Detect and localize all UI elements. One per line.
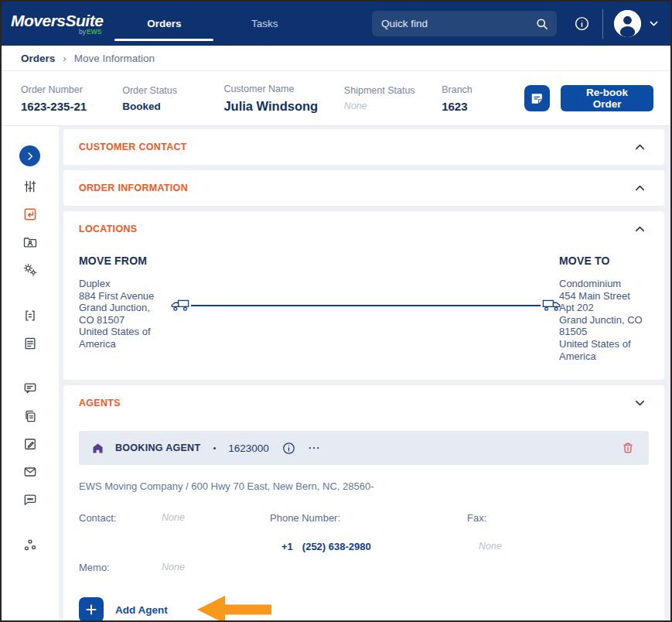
customer-contact-title: CUSTOMER CONTACT [79, 142, 187, 152]
note-icon [530, 91, 544, 106]
order-status-value: Booked [122, 101, 223, 112]
address-line: Apt 202 [559, 302, 653, 314]
agents-title: AGENTS [79, 398, 121, 408]
order-number-label: Order Number [21, 84, 122, 95]
add-agent-label[interactable]: Add Agent [115, 604, 168, 616]
memo-field: Memo: None [79, 562, 649, 573]
customer-folder-icon[interactable] [22, 234, 39, 251]
customer-name-value: Julia Windsong [223, 99, 343, 114]
agents-header[interactable]: AGENTS [79, 385, 649, 421]
tune-icon[interactable] [22, 178, 39, 195]
route-line [191, 305, 541, 306]
fax-label: Fax: [467, 512, 649, 524]
truck-origin-icon [168, 298, 189, 313]
branch-field: Branch 1623 [442, 84, 524, 113]
order-summary-header: Order Number 1623-235-21 Order Status Bo… [2, 71, 670, 126]
branch-label: Branch [442, 84, 524, 95]
order-status-field: Order Status Booked [122, 85, 223, 112]
agent-more-icon[interactable] [307, 441, 321, 455]
chat-icon[interactable] [22, 491, 39, 508]
customer-contact-section: CUSTOMER CONTACT [63, 129, 664, 165]
tab-tasks[interactable]: Tasks [214, 2, 315, 46]
agent-type-label: BOOKING AGENT [115, 443, 200, 453]
collapse-caret-icon[interactable] [634, 224, 646, 234]
order-information-title: ORDER INFORMATION [79, 183, 188, 193]
user-avatar[interactable] [614, 10, 641, 37]
agent-id: 1623000 [228, 443, 269, 454]
phone-field: Phone Number: +1(252) 638-2980 [270, 512, 467, 552]
top-navbar: MoversSuite byEWS Orders Tasks [2, 2, 670, 46]
settings-gears-icon[interactable] [22, 261, 39, 279]
breadcrumb: Orders › Move Information [2, 46, 670, 71]
order-status-label: Order Status [122, 85, 223, 96]
move-to-address: Condominium 454 Main Street Apt 202 Gran… [559, 278, 653, 362]
breadcrumb-separator: › [63, 53, 67, 64]
navbar-right-group [557, 9, 660, 39]
info-icon[interactable] [574, 15, 590, 32]
clipboard-edit-icon[interactable] [22, 436, 39, 453]
tab-orders[interactable]: Orders [114, 2, 214, 46]
locations-body: MOVE FROM Duplex 884 First Avenue Grand … [63, 247, 664, 380]
add-agent-button[interactable] [79, 597, 104, 622]
agent-details: Contact: None Phone Number: +1(252) 638-… [79, 512, 649, 552]
breadcrumb-current: Move Information [74, 53, 155, 64]
main-nav-tabs: Orders Tasks [114, 2, 315, 46]
quick-find-input[interactable] [381, 18, 535, 29]
agent-info-icon[interactable] [281, 441, 296, 456]
shipment-status-field: Shipment Status None [344, 85, 442, 111]
page-content: CUSTOMER CONTACT ORDER INFORMATION LOCAT… [2, 126, 670, 620]
memo-value: None [162, 562, 185, 573]
contact-field: Contact: None [79, 512, 270, 552]
navbar-divider [602, 9, 603, 39]
search-icon[interactable] [535, 17, 549, 31]
chevron-down-icon[interactable] [648, 18, 660, 29]
move-to-block: MOVE TO Condominium 454 Main Street Apt … [559, 255, 653, 362]
expand-caret-icon[interactable] [634, 398, 646, 408]
rebook-order-button[interactable]: Re-book Order [561, 85, 653, 111]
share-icon[interactable] [22, 537, 39, 554]
order-notes-button[interactable] [524, 85, 550, 111]
move-from-address: Duplex 884 First Avenue Grand Junction, … [79, 278, 191, 350]
moverssuite-window: MoversSuite byEWS Orders Tasks [0, 0, 672, 622]
logo-text: MoversSuite [11, 12, 103, 29]
move-to-title: MOVE TO [559, 255, 653, 267]
expand-sidebar-icon[interactable] [19, 145, 40, 166]
mail-icon[interactable] [22, 463, 39, 480]
plus-icon [85, 603, 97, 616]
main-panel: CUSTOMER CONTACT ORDER INFORMATION LOCAT… [59, 126, 670, 620]
branch-value: 1623 [442, 100, 524, 113]
left-icon-rail [2, 126, 59, 620]
task-list-icon[interactable] [22, 307, 39, 324]
delete-agent-icon[interactable] [621, 441, 635, 455]
order-entry-icon[interactable] [22, 206, 39, 223]
locations-section: LOCATIONS MOVE FROM Duplex 884 First Ave… [63, 211, 664, 380]
address-line: United States of [559, 338, 653, 350]
agent-company-line: EWS Moving Company / 600 Hwy 70 East, Ne… [79, 480, 649, 492]
fax-field: Fax: None [467, 512, 649, 552]
collapse-caret-icon[interactable] [634, 142, 646, 152]
copy-icon[interactable] [22, 408, 39, 425]
logo-byline: byEWS [79, 29, 101, 36]
moverssuite-logo: MoversSuite byEWS [11, 12, 103, 36]
locations-header[interactable]: LOCATIONS [63, 211, 664, 247]
phone-value: +1(252) 638-2980 [270, 541, 467, 552]
phone-country-code: +1 [281, 541, 293, 552]
address-line: United States of [79, 326, 191, 338]
booking-agent-row[interactable]: BOOKING AGENT • 1623000 [79, 431, 649, 465]
contact-label: Contact: [79, 512, 162, 552]
contact-value: None [162, 512, 185, 552]
customer-contact-header[interactable]: CUSTOMER CONTACT [63, 129, 664, 165]
order-information-header[interactable]: ORDER INFORMATION [63, 170, 664, 206]
order-number-field: Order Number 1623-235-21 [21, 84, 122, 113]
address-line: 81505 [559, 326, 653, 338]
order-number-value: 1623-235-21 [21, 100, 122, 113]
message-monitor-icon[interactable] [22, 380, 39, 397]
collapse-caret-icon[interactable] [634, 183, 646, 193]
customer-name-label: Customer Name [223, 84, 343, 94]
breadcrumb-orders-link[interactable]: Orders [21, 53, 55, 64]
route-graphic [168, 298, 564, 313]
locations-title: LOCATIONS [79, 224, 137, 234]
document-icon[interactable] [22, 335, 39, 352]
quick-find-box [372, 11, 557, 36]
move-from-title: MOVE FROM [79, 255, 191, 267]
